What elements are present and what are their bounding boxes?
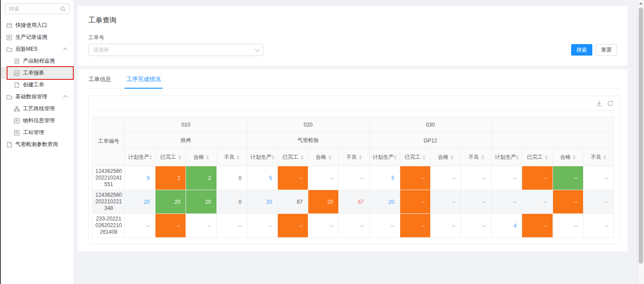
list-icon <box>14 130 20 136</box>
value-cell: -- <box>400 166 430 190</box>
group-code-header: 020 <box>247 117 369 133</box>
sidebar: 快捷使用入口生产记录追溯启新MES产品制程追溯工单报表创建工单基础数据管理工艺路… <box>0 0 74 284</box>
value-cell: -- <box>277 166 308 190</box>
value-cell: 20 <box>308 190 339 214</box>
page-title: 工单查询 <box>88 16 617 25</box>
sidebar-item-label: 启新MES <box>15 45 38 53</box>
sidebar-item-label: 产品制程追溯 <box>23 57 55 65</box>
sub-column-header: 计划生产 <box>369 149 400 166</box>
file-icon <box>14 82 20 88</box>
order-no-cell: 233-20221026202210261408 <box>93 214 125 238</box>
value-cell: -- <box>400 190 430 214</box>
table-row: 12436256020221024155152205------5-------… <box>93 166 614 190</box>
download-icon[interactable] <box>596 100 602 107</box>
value-cell: -- <box>553 166 583 190</box>
value-cell: -- <box>522 214 553 238</box>
result-card: 工单信息工序完成情况 工单编号010020030烘烤气密检验GP12计划生产已完… <box>78 69 628 251</box>
sidebar-item-10[interactable]: 气密检测参数查询 <box>1 138 74 150</box>
sub-column-header: 已完工 <box>522 149 553 166</box>
group-code-header <box>492 117 614 133</box>
sort-icon[interactable] <box>329 155 331 160</box>
sort-icon[interactable] <box>481 155 484 160</box>
sidebar-item-3[interactable]: 产品制程追溯 <box>1 55 74 67</box>
sidebar-item-6[interactable]: 基础数据管理 <box>1 91 74 103</box>
scrollbar-thumb[interactable] <box>639 7 643 264</box>
sort-icon[interactable] <box>359 155 362 160</box>
sort-icon[interactable] <box>272 155 274 160</box>
value-cell[interactable]: 5 <box>369 166 400 190</box>
sidebar-item-label: 气密检测参数查询 <box>15 141 58 148</box>
sub-column-header: 不良 <box>461 149 492 166</box>
value-cell: -- <box>583 190 614 214</box>
sidebar-item-label: 生产记录追溯 <box>15 34 47 41</box>
value-cell[interactable]: 5 <box>125 166 155 190</box>
sort-icon[interactable] <box>516 155 519 160</box>
value-cell: -- <box>369 214 400 238</box>
list-icon <box>14 118 20 124</box>
tab-1[interactable]: 工序完成情况 <box>126 75 161 88</box>
value-cell: -- <box>308 166 339 190</box>
sidebar-item-0[interactable]: 快捷使用入口 <box>1 19 74 31</box>
search-input[interactable] <box>9 6 60 12</box>
sub-column-header: 不良 <box>583 149 614 166</box>
value-cell: 87 <box>277 190 308 214</box>
window-scrollbar[interactable] <box>637 0 644 284</box>
sub-column-header: 计划生产 <box>492 149 522 166</box>
sidebar-item-label: 工单报表 <box>23 69 44 77</box>
value-cell[interactable]: 4 <box>492 214 522 238</box>
sidebar-item-1[interactable]: 生产记录追溯 <box>1 31 74 43</box>
sidebar-item-label: 物料信息管理 <box>23 117 55 124</box>
search-button[interactable]: 搜索 <box>571 44 592 56</box>
sort-icon[interactable] <box>545 155 548 160</box>
column-header-order-no: 工单编号 <box>93 117 125 166</box>
value-cell: -- <box>339 166 369 190</box>
sort-icon[interactable] <box>573 155 576 160</box>
table-row: 12436256020221022134820202002087206720--… <box>93 190 614 214</box>
tab-0[interactable]: 工单信息 <box>88 75 111 88</box>
group-name-header: 烘烤 <box>125 133 247 149</box>
sort-icon[interactable] <box>301 155 303 160</box>
value-cell: -- <box>216 214 247 238</box>
value-cell: -- <box>553 214 583 238</box>
sidebar-item-5[interactable]: 创建工单 <box>1 79 74 91</box>
sidebar-item-9[interactable]: 工站管理 <box>1 127 74 138</box>
sub-column-header: 不良 <box>216 149 247 166</box>
sort-icon[interactable] <box>149 155 152 160</box>
sub-column-header: 计划生产 <box>247 149 277 166</box>
value-cell: -- <box>583 166 614 190</box>
sidebar-item-4[interactable]: 工单报表 <box>1 67 74 79</box>
sort-icon[interactable] <box>178 155 181 160</box>
sort-icon[interactable] <box>423 155 425 160</box>
sort-icon[interactable] <box>206 155 209 160</box>
sidebar-item-label: 创建工单 <box>23 81 44 89</box>
sidebar-item-8[interactable]: 物料信息管理 <box>1 115 74 127</box>
sidebar-search[interactable] <box>5 4 70 14</box>
sort-icon[interactable] <box>451 155 453 160</box>
group-name-header: 气密检验 <box>247 133 369 149</box>
work-order-label: 工单号 <box>88 34 617 41</box>
sort-icon[interactable] <box>603 155 606 160</box>
sort-icon[interactable] <box>237 155 239 160</box>
sub-column-header: 合格 <box>308 149 339 166</box>
value-cell: -- <box>492 166 522 190</box>
sub-column-header: 不良 <box>339 149 369 166</box>
chevron-up-icon <box>63 48 68 52</box>
value-cell[interactable]: 20 <box>125 190 155 214</box>
scrollbar-up-arrow-icon[interactable] <box>639 2 643 4</box>
sidebar-item-7[interactable]: 工艺路线管理 <box>1 103 74 115</box>
value-cell[interactable]: 20 <box>247 190 277 214</box>
group-code-header: 010 <box>125 117 247 133</box>
search-icon <box>60 6 66 12</box>
value-cell[interactable]: 20 <box>369 190 400 214</box>
sort-icon[interactable] <box>394 155 397 160</box>
sidebar-item-label: 工站管理 <box>23 129 44 136</box>
value-cell[interactable]: 5 <box>247 166 277 190</box>
main-content: 工单查询 工单号 请选择 搜索 重置 工单信息工序完成情况 <box>75 0 637 284</box>
work-order-select[interactable]: 请选择 <box>88 44 263 56</box>
refresh-icon[interactable] <box>607 100 614 107</box>
group-code-header: 030 <box>369 117 492 133</box>
value-cell: -- <box>247 214 277 238</box>
reset-button[interactable]: 重置 <box>596 44 617 56</box>
value-cell: -- <box>430 166 461 190</box>
sidebar-item-2[interactable]: 启新MES <box>1 43 74 55</box>
